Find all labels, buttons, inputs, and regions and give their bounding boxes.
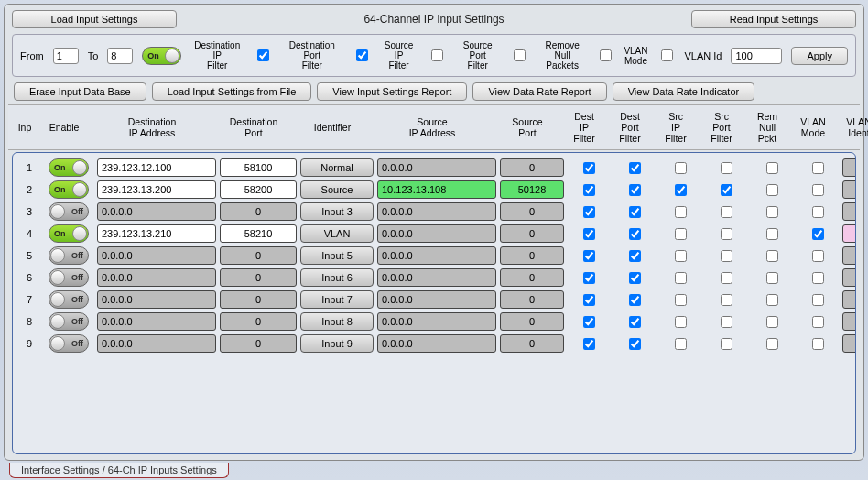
src-ip-input[interactable] xyxy=(377,224,496,243)
row-dest-ip-filter-checkbox[interactable] xyxy=(583,294,595,306)
row-dest-ip-filter-checkbox[interactable] xyxy=(583,162,595,174)
dest-port-input[interactable] xyxy=(220,180,297,199)
row-vlan-mode-checkbox[interactable] xyxy=(812,338,824,350)
row-vlan-mode-checkbox[interactable] xyxy=(812,228,824,240)
row-src-port-filter-checkbox[interactable] xyxy=(721,228,732,240)
row-enable-toggle[interactable]: Off xyxy=(49,202,89,221)
dest-port-input[interactable] xyxy=(220,202,297,221)
master-enable-toggle[interactable]: On xyxy=(142,47,180,65)
row-dest-ip-filter-checkbox[interactable] xyxy=(583,228,595,240)
row-src-ip-filter-checkbox[interactable] xyxy=(675,294,687,306)
dest-ip-input[interactable] xyxy=(97,202,216,221)
row-src-port-filter-checkbox[interactable] xyxy=(721,316,732,328)
table-body[interactable]: 1 On Normal 2 On Source 3 Off Input 3 xyxy=(12,152,856,454)
src-port-input[interactable] xyxy=(500,224,564,243)
dest-port-filter-checkbox[interactable] xyxy=(356,49,368,61)
dest-port-input[interactable] xyxy=(220,268,297,287)
row-dest-port-filter-checkbox[interactable] xyxy=(629,162,641,174)
row-src-ip-filter-checkbox[interactable] xyxy=(675,206,687,218)
row-rem-null-checkbox[interactable] xyxy=(766,338,778,350)
row-dest-ip-filter-checkbox[interactable] xyxy=(583,272,595,284)
src-port-input[interactable] xyxy=(500,312,564,331)
row-vlan-mode-checkbox[interactable] xyxy=(812,162,824,174)
src-port-input[interactable] xyxy=(500,158,564,177)
dest-ip-input[interactable] xyxy=(97,158,216,177)
row-src-port-filter-checkbox[interactable] xyxy=(721,272,732,284)
dest-port-input[interactable] xyxy=(220,246,297,265)
row-dest-port-filter-checkbox[interactable] xyxy=(629,338,641,350)
row-enable-toggle[interactable]: On xyxy=(49,180,89,199)
src-port-input[interactable] xyxy=(500,246,564,265)
row-vlan-mode-checkbox[interactable] xyxy=(812,294,824,306)
identifier-button[interactable]: Input 9 xyxy=(300,334,374,353)
src-ip-input[interactable] xyxy=(377,334,496,353)
row-dest-port-filter-checkbox[interactable] xyxy=(629,250,641,262)
identifier-button[interactable]: Input 7 xyxy=(300,290,374,309)
vlan-ident-input[interactable] xyxy=(842,202,856,221)
vlan-ident-input[interactable] xyxy=(842,290,856,309)
dest-port-input[interactable] xyxy=(220,334,297,353)
identifier-button[interactable]: Normal xyxy=(300,158,374,177)
row-rem-null-checkbox[interactable] xyxy=(766,250,778,262)
row-enable-toggle[interactable]: On xyxy=(49,158,89,177)
src-port-input[interactable] xyxy=(500,268,564,287)
rem-null-checkbox[interactable] xyxy=(600,49,612,61)
view-data-rate-report-button[interactable]: View Data Rate Report xyxy=(472,82,606,101)
to-input[interactable] xyxy=(107,48,133,64)
identifier-button[interactable]: Input 3 xyxy=(300,202,374,221)
row-enable-toggle[interactable]: Off xyxy=(49,334,89,353)
row-src-port-filter-checkbox[interactable] xyxy=(721,250,732,262)
row-enable-toggle[interactable]: On xyxy=(49,224,89,243)
vlan-ident-input[interactable] xyxy=(842,334,856,353)
src-ip-input[interactable] xyxy=(377,312,496,331)
dest-port-input[interactable] xyxy=(220,158,297,177)
row-src-port-filter-checkbox[interactable] xyxy=(721,162,732,174)
load-from-file-button[interactable]: Load Input Settings from File xyxy=(152,82,312,101)
vlan-mode-checkbox[interactable] xyxy=(661,49,673,61)
row-rem-null-checkbox[interactable] xyxy=(766,206,778,218)
vlan-ident-input[interactable] xyxy=(842,246,856,265)
row-dest-ip-filter-checkbox[interactable] xyxy=(583,338,595,350)
dest-port-input[interactable] xyxy=(220,290,297,309)
row-src-port-filter-checkbox[interactable] xyxy=(721,206,732,218)
vlan-ident-input[interactable] xyxy=(842,312,856,331)
row-src-ip-filter-checkbox[interactable] xyxy=(675,228,687,240)
src-ip-input[interactable] xyxy=(377,290,496,309)
src-ip-input[interactable] xyxy=(377,180,496,199)
dest-port-input[interactable] xyxy=(220,224,297,243)
src-ip-input[interactable] xyxy=(377,158,496,177)
dest-ip-input[interactable] xyxy=(97,180,216,199)
vlan-ident-input[interactable] xyxy=(842,158,856,177)
row-rem-null-checkbox[interactable] xyxy=(766,272,778,284)
row-src-ip-filter-checkbox[interactable] xyxy=(675,184,687,196)
dest-ip-input[interactable] xyxy=(97,290,216,309)
src-port-filter-checkbox[interactable] xyxy=(514,49,526,61)
from-input[interactable] xyxy=(53,48,79,64)
erase-db-button[interactable]: Erase Input Data Base xyxy=(14,82,146,101)
row-vlan-mode-checkbox[interactable] xyxy=(812,184,824,196)
read-input-settings-button[interactable]: Read Input Settings xyxy=(691,10,856,28)
row-enable-toggle[interactable]: Off xyxy=(49,246,89,265)
src-ip-filter-checkbox[interactable] xyxy=(431,49,443,61)
row-vlan-mode-checkbox[interactable] xyxy=(812,206,824,218)
vlan-ident-input[interactable] xyxy=(842,268,856,287)
row-rem-null-checkbox[interactable] xyxy=(766,228,778,240)
src-port-input[interactable] xyxy=(500,180,564,199)
row-rem-null-checkbox[interactable] xyxy=(766,294,778,306)
row-enable-toggle[interactable]: Off xyxy=(49,290,89,309)
src-ip-input[interactable] xyxy=(377,246,496,265)
dest-ip-input[interactable] xyxy=(97,224,216,243)
row-vlan-mode-checkbox[interactable] xyxy=(812,316,824,328)
dest-ip-input[interactable] xyxy=(97,246,216,265)
row-dest-ip-filter-checkbox[interactable] xyxy=(583,250,595,262)
src-ip-input[interactable] xyxy=(377,202,496,221)
row-dest-port-filter-checkbox[interactable] xyxy=(629,184,641,196)
identifier-button[interactable]: Input 8 xyxy=(300,312,374,331)
identifier-button[interactable]: Source xyxy=(300,180,374,199)
row-src-ip-filter-checkbox[interactable] xyxy=(675,250,687,262)
row-enable-toggle[interactable]: Off xyxy=(49,268,89,287)
vlan-id-input[interactable] xyxy=(731,48,782,64)
row-dest-port-filter-checkbox[interactable] xyxy=(629,206,641,218)
row-dest-ip-filter-checkbox[interactable] xyxy=(583,206,595,218)
identifier-button[interactable]: Input 5 xyxy=(300,246,374,265)
